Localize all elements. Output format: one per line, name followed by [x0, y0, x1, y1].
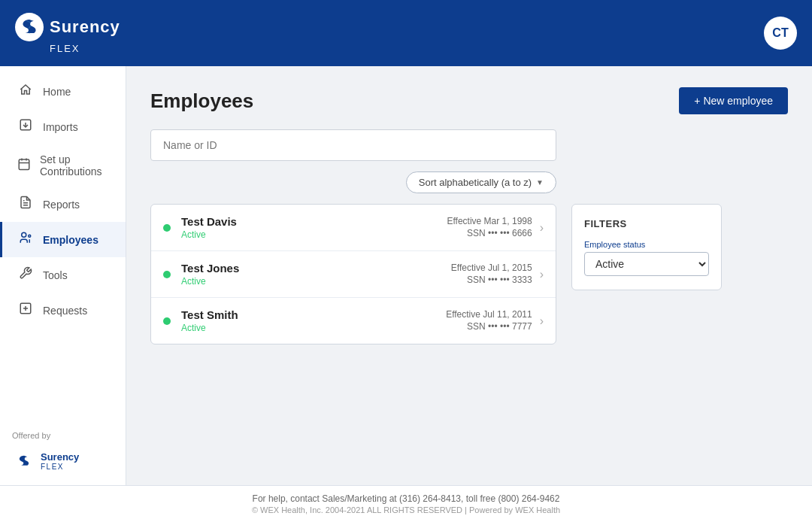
user-avatar[interactable]: CT — [764, 17, 797, 50]
sort-label: Sort alphabetically (a to z) — [419, 177, 532, 188]
active-status-dot — [163, 271, 171, 278]
employee-name: Test Davis — [181, 215, 447, 228]
sidebar-footer: Offered by Surency FLEX — [0, 419, 126, 485]
main-layout: Home Imports Set up Contributions Report… — [0, 66, 812, 485]
active-status-dot — [163, 317, 171, 325]
employee-status-label: Employee status — [584, 240, 709, 249]
employee-info: Test Jones Active — [181, 262, 451, 287]
new-employee-button[interactable]: + New employee — [679, 87, 788, 114]
employees-list: Test Davis Active Effective Mar 1, 1998 … — [150, 204, 556, 344]
ssn: SSN ••• ••• 7777 — [446, 321, 532, 332]
reports-icon — [17, 196, 34, 213]
sidebar-item-imports[interactable]: Imports — [0, 109, 126, 144]
sidebar-logo-icon — [12, 449, 36, 473]
sidebar-nav: Home Imports Set up Contributions Report… — [0, 66, 126, 335]
employee-info: Test Smith Active — [181, 308, 446, 333]
ssn: SSN ••• ••• 6666 — [447, 228, 532, 238]
home-icon — [17, 83, 34, 100]
employees-filter-row: Test Davis Active Effective Mar 1, 1998 … — [150, 204, 788, 344]
sidebar-item-reports-label: Reports — [43, 199, 80, 211]
chevron-down-icon: ▼ — [536, 178, 544, 187]
chevron-right-icon: › — [540, 314, 544, 328]
sidebar-item-employees[interactable]: Employees — [0, 222, 126, 257]
table-row[interactable]: Test Jones Active Effective Jul 1, 2015 … — [151, 251, 556, 298]
imports-icon — [17, 118, 34, 135]
sidebar-logo-name: Surency — [41, 451, 79, 463]
employee-name: Test Smith — [181, 308, 446, 321]
employee-status: Active — [181, 323, 446, 333]
table-row[interactable]: Test Davis Active Effective Mar 1, 1998 … — [151, 205, 556, 251]
footer-help-text: For help, contact Sales/Marketing at (31… — [15, 493, 797, 504]
sidebar-item-tools[interactable]: Tools — [0, 257, 126, 293]
requests-icon — [17, 302, 34, 319]
sidebar-item-contributions-label: Set up Contributions — [40, 153, 111, 178]
sort-bar: Sort alphabetically (a to z) ▼ — [150, 171, 556, 193]
sidebar-item-imports-label: Imports — [43, 121, 78, 133]
effective-date: Effective Jul 1, 2015 — [451, 263, 532, 273]
logo-subtitle: FLEX — [50, 43, 80, 54]
sidebar-logo-bottom: Surency FLEX — [0, 446, 126, 485]
main-content: Employees + New employee Sort alphabetic… — [126, 66, 812, 485]
sidebar-logo-sub: FLEX — [41, 463, 79, 471]
footer: For help, contact Sales/Marketing at (31… — [0, 485, 812, 522]
page-header: Employees + New employee — [150, 87, 788, 114]
filter-title: FILTERS — [584, 218, 709, 229]
logo-top: Surency — [15, 13, 120, 41]
svg-point-8 — [22, 232, 26, 237]
calendar-icon — [17, 157, 31, 175]
employee-meta: Effective Mar 1, 1998 SSN ••• ••• 6666 — [447, 216, 532, 240]
logo-area: Surency FLEX — [15, 13, 120, 54]
sidebar-item-requests-label: Requests — [43, 305, 87, 317]
employee-status: Active — [181, 229, 447, 240]
offered-by-label: Offered by — [0, 419, 126, 446]
employee-status-select[interactable]: Active Inactive All — [584, 252, 709, 276]
employee-meta: Effective Jul 1, 2015 SSN ••• ••• 3333 — [451, 263, 532, 287]
tools-icon — [17, 266, 34, 284]
sidebar-item-requests[interactable]: Requests — [0, 293, 126, 328]
logo-name: Surency — [50, 17, 120, 37]
effective-date: Effective Mar 1, 1998 — [447, 216, 532, 226]
svg-rect-2 — [19, 159, 29, 170]
logo-icon — [15, 13, 44, 41]
app-header: Surency FLEX CT — [0, 0, 812, 66]
search-input[interactable] — [150, 129, 556, 161]
ssn: SSN ••• ••• 3333 — [451, 275, 532, 285]
sort-dropdown[interactable]: Sort alphabetically (a to z) ▼ — [406, 171, 556, 193]
page-title: Employees — [150, 90, 253, 113]
employee-status: Active — [181, 276, 451, 287]
sidebar-item-contributions[interactable]: Set up Contributions — [0, 144, 126, 187]
sidebar-item-tools-label: Tools — [43, 269, 68, 281]
table-row[interactable]: Test Smith Active Effective Jul 11, 2011… — [151, 298, 556, 344]
employees-icon — [17, 231, 34, 248]
filter-panel: FILTERS Employee status Active Inactive … — [571, 204, 722, 290]
employee-meta: Effective Jul 11, 2011 SSN ••• ••• 7777 — [446, 309, 532, 333]
sidebar-item-employees-label: Employees — [43, 234, 98, 246]
active-status-dot — [163, 224, 171, 232]
chevron-right-icon: › — [540, 221, 544, 235]
sidebar-item-home-label: Home — [43, 86, 71, 98]
sidebar: Home Imports Set up Contributions Report… — [0, 66, 126, 485]
effective-date: Effective Jul 11, 2011 — [446, 309, 532, 320]
chevron-right-icon: › — [540, 268, 544, 281]
sidebar-item-home[interactable]: Home — [0, 74, 126, 109]
svg-point-9 — [29, 235, 31, 237]
footer-copyright: © WEX Health, Inc. 2004-2021 ALL RIGHTS … — [15, 505, 797, 514]
employee-info: Test Davis Active — [181, 215, 447, 240]
employee-name: Test Jones — [181, 262, 451, 275]
sidebar-item-reports[interactable]: Reports — [0, 187, 126, 222]
